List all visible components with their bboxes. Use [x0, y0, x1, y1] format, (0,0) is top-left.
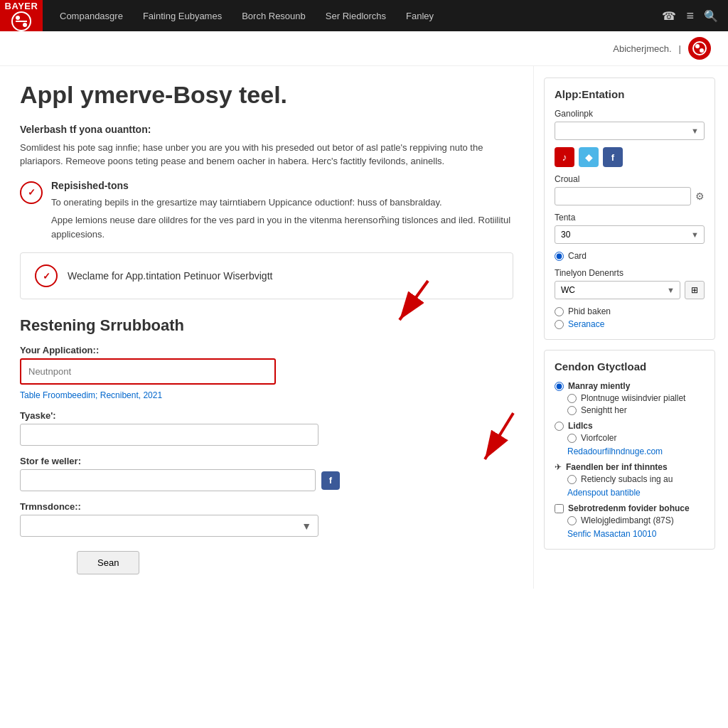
nav-item-fainting[interactable]: Fainting Eubyames [133, 11, 232, 21]
tenta-select[interactable]: 30 [555, 225, 705, 244]
info-icon: ✓ [20, 181, 43, 242]
trmnsdonce-group: Trmnsdonce:: ▼ [20, 501, 513, 537]
intro-section: Velerbash tf yona ouantton: Som‌lidest h… [20, 124, 513, 168]
option-faendlen: ✈ Faendlen ber inf thinntes [555, 462, 705, 472]
red-arrow-1 [385, 274, 442, 331]
search-icon[interactable]: 🔍 [704, 9, 718, 23]
nav-logo[interactable]: BAYER [0, 0, 43, 31]
main-content: Appl ymerve-Bosy teel. Velerbash tf yona… [0, 66, 533, 589]
tenta-label: Tenta [555, 213, 705, 223]
page-title: Appl ymerve-Bosy teel. [20, 80, 513, 109]
application-label: Your Application:: [20, 345, 513, 355]
sidebar: Alpp:Entation Ganolinpk ▼ ♪ ◆ f Croual ⚙… [533, 66, 725, 589]
manray-label: Manray miently [568, 381, 630, 391]
fb-icon[interactable]: f [321, 471, 340, 490]
info-title: Repisished-tons [51, 180, 513, 191]
sidebar-card1-title: Alpp:Entation [555, 88, 705, 100]
croual-gear-icon[interactable]: ⚙ [695, 191, 705, 202]
form-section: Restening Srrubboath Your Application:: … [20, 316, 513, 574]
option-senightt: Senightt her [555, 405, 705, 415]
info-para1: To onerating bepils in the gresartize ma… [51, 196, 513, 210]
subheader-text: Abicherjmech. [613, 43, 671, 54]
tyaske-input[interactable] [20, 424, 318, 446]
adenspout-link[interactable]: Adenspout bantible [567, 488, 641, 498]
plane-icon: ✈ [555, 462, 562, 472]
info-text: Repisished-tons To onerating bepils in t… [51, 180, 513, 242]
storfe-label: Stor fe weller: [20, 456, 513, 466]
senightt-label: Senightt her [581, 405, 627, 415]
music-icon[interactable]: ♪ [555, 147, 574, 167]
intro-desc: Som‌lidest his pote sag innfie; hase unb… [20, 141, 513, 168]
sebrot-label: Sebrotredenm fovider bohuce [568, 503, 690, 513]
phone-icon[interactable]: ☎ [662, 9, 676, 23]
sidebar-card-2: Cendon Gtyctload Manray miently Plontnug… [544, 350, 715, 550]
croual-input[interactable] [555, 187, 691, 205]
seranace-radio: Seranace [555, 319, 705, 329]
nav-item-company[interactable]: Compandasgre [50, 11, 133, 21]
info-section: ✓ Repisished-tons To onerating bepils in… [20, 180, 513, 242]
wlelojgled-radio[interactable] [567, 516, 577, 525]
option-redadour: Redadourfilhndnuge.com [555, 445, 705, 456]
phid-baken-radio: Phid baken [555, 306, 705, 316]
viorfcoler-radio[interactable] [567, 434, 577, 443]
trmnsdonce-label: Trmnsdonce:: [20, 501, 513, 512]
red-arrow-2 [464, 406, 535, 470]
trmnsdonce-select[interactable] [20, 515, 318, 537]
seranace-label: Seranace [568, 319, 604, 329]
faendlen-label: Faendlen ber inf thinntes [566, 462, 668, 472]
senightt-radio[interactable] [567, 406, 577, 415]
application-input[interactable] [23, 361, 273, 382]
sebrot-checkbox[interactable] [555, 504, 564, 513]
svg-line-3 [485, 413, 513, 459]
application-group: Your Application:: [20, 345, 513, 385]
storfe-group: Stor fe weller: f [20, 456, 513, 491]
card-radio-group: Card [555, 251, 705, 261]
nav-item-ser[interactable]: Ser Riedlorchs [316, 11, 396, 21]
option-viorfcoler: Viorfcoler [555, 433, 705, 443]
menu-icon[interactable]: ≡ [686, 9, 694, 23]
card-box-text: Weclame for App.tintation Petinuor Wiser… [68, 270, 272, 282]
ganolink-label: Ganolinpk [555, 109, 705, 119]
lidlcs-label: Lidlcs [568, 421, 593, 431]
ganolink-select[interactable] [555, 122, 705, 140]
seranace-radio-input[interactable] [555, 320, 564, 329]
senfic-link[interactable]: Senfic Masactan 10010 [567, 529, 656, 539]
option-sebrot: Sebrotredenm fovider bohuce [555, 503, 705, 513]
croual-label: Croual [555, 174, 705, 184]
plontnuge-label: Plontnuge wiisindvier piallet [581, 393, 685, 403]
retiencly-radio[interactable] [567, 475, 577, 484]
sidebar-icons-row: ♪ ◆ f [555, 147, 705, 167]
lidlcs-radio[interactable] [555, 422, 564, 431]
svg-line-1 [400, 281, 428, 320]
card-radio-label: Card [568, 251, 587, 261]
storfe-input[interactable] [20, 469, 316, 491]
subheader: Abicherjmech. | [0, 31, 728, 66]
intro-heading: Velerbash tf yona ouantton: [20, 124, 513, 135]
tyaske-group: Tyaske': [20, 410, 513, 446]
nav-item-borch[interactable]: Borch Resounb [232, 11, 316, 21]
navbar: BAYER Compandasgre Fainting Eubyames Bor… [0, 0, 728, 31]
manray-radio[interactable] [555, 382, 564, 391]
info-para2: Appe lemions neuse dare olildres for the… [51, 213, 513, 241]
redadour-link[interactable]: Redadourfilhndnuge.com [567, 446, 663, 456]
tinelyon-select[interactable]: WC [555, 281, 680, 299]
tinelyon-btn[interactable]: ⊞ [685, 281, 705, 299]
option-lidlcs: Lidlcs [555, 421, 705, 431]
option-plontnuge: Plontnuge wiisindvier piallet [555, 393, 705, 403]
card-box-icon: ✓ [35, 264, 58, 287]
wlelojgled-label: Wlelojgledimbangt (87S) [581, 515, 674, 525]
plontnuge-radio[interactable] [567, 394, 577, 403]
option-wlelojgled: Wlelojgledimbangt (87S) [555, 515, 705, 525]
sidebar-card-1: Alpp:Entation Ganolinpk ▼ ♪ ◆ f Croual ⚙… [544, 77, 715, 340]
application-link[interactable]: Table Froombeedim; Recnibent, 2021 [20, 390, 513, 400]
retiencly-label: Retiencly subacls ing au [581, 474, 673, 484]
facebook-icon[interactable]: f [603, 147, 623, 167]
option-adenspout: Adenspout bantible [555, 486, 705, 498]
card-radio[interactable] [555, 252, 564, 261]
submit-button[interactable]: Sean [77, 551, 139, 574]
phid-baken-radio-input[interactable] [555, 307, 564, 316]
nav-item-fanley[interactable]: Fanley [396, 11, 444, 21]
tyaske-label: Tyaske': [20, 410, 513, 421]
tinelyon-label: Tinelyon Denenrts [555, 268, 705, 278]
diamond-icon[interactable]: ◆ [579, 147, 599, 167]
